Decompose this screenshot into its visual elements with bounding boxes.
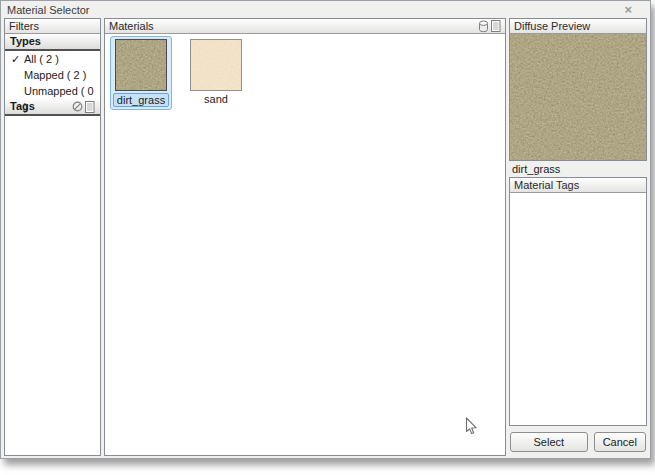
- material-tags-header: Material Tags: [510, 178, 646, 193]
- filter-item-all[interactable]: ✓ All ( 2 ): [5, 51, 100, 67]
- database-icon[interactable]: [478, 20, 489, 33]
- preview-material-name: dirt_grass: [509, 161, 647, 177]
- material-tile-dirt-grass[interactable]: dirt_grass: [110, 36, 172, 110]
- filter-item-mapped[interactable]: Mapped ( 2 ): [5, 67, 100, 83]
- filters-panel-title: Filters: [9, 19, 96, 33]
- materials-panel-title: Materials: [109, 19, 478, 33]
- preview-column: Diffuse Preview dirt_grass Material Tags…: [509, 18, 647, 456]
- filter-item-label: Mapped ( 2 ): [24, 69, 86, 81]
- material-selector-window: Material Selector × Filters Types ✓ All …: [0, 0, 651, 459]
- filters-panel-header: Filters: [5, 19, 100, 34]
- window-title: Material Selector: [7, 4, 624, 16]
- dirt-grass-thumbnail: [115, 39, 167, 91]
- close-icon[interactable]: ×: [624, 4, 632, 16]
- ban-icon[interactable]: [72, 101, 83, 112]
- document-list-icon[interactable]: [85, 101, 95, 113]
- material-tile-label: sand: [188, 93, 244, 106]
- cancel-button[interactable]: Cancel: [594, 432, 646, 452]
- material-tags-box: Material Tags: [509, 177, 647, 426]
- tags-filter-list: [5, 116, 100, 455]
- document-list-icon[interactable]: [491, 20, 501, 32]
- types-section-header: Types: [5, 34, 100, 51]
- diffuse-preview-image: [510, 34, 646, 160]
- tags-section-title: Tags: [10, 99, 72, 114]
- material-tile-label: dirt_grass: [113, 93, 169, 107]
- select-button[interactable]: Select: [510, 432, 588, 452]
- tags-section-header: Tags: [5, 99, 100, 116]
- filters-panel: Filters Types ✓ All ( 2 ) Mapped ( 2 ) U…: [4, 18, 101, 456]
- filter-item-label: All ( 2 ): [24, 53, 59, 65]
- diffuse-preview-title: Diffuse Preview: [514, 19, 642, 33]
- materials-panel-header: Materials: [105, 19, 505, 34]
- material-tags-list: [510, 193, 646, 425]
- window-content: Filters Types ✓ All ( 2 ) Mapped ( 2 ) U…: [4, 18, 647, 456]
- diffuse-preview-header: Diffuse Preview: [510, 19, 646, 34]
- sand-thumbnail: [190, 39, 242, 91]
- title-bar: Material Selector ×: [1, 1, 650, 18]
- checkmark-icon: ✓: [11, 51, 20, 67]
- dialog-buttons: Select Cancel: [509, 426, 647, 456]
- materials-panel: Materials: [104, 18, 506, 456]
- material-tile-sand[interactable]: sand: [185, 36, 247, 109]
- filter-item-unmapped[interactable]: Unmapped ( 0 ): [5, 83, 100, 99]
- diffuse-preview-box: Diffuse Preview: [509, 18, 647, 161]
- types-section-title: Types: [10, 34, 95, 49]
- materials-grid: dirt_grass sand: [105, 34, 505, 455]
- material-tags-title: Material Tags: [514, 178, 642, 192]
